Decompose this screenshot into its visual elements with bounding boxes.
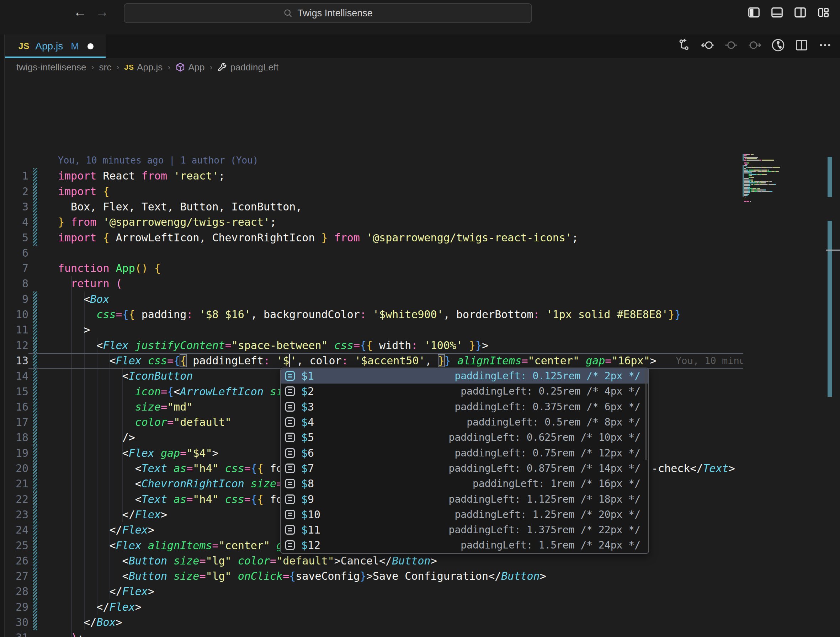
suggestion-item-token-2[interactable]: $2paddingLeft: 0.25rem /* 4px */: [281, 383, 648, 399]
line-number[interactable]: 16: [6, 399, 28, 415]
tab-file-label: App.js: [35, 41, 63, 52]
line-number[interactable]: 27: [6, 568, 28, 584]
line-number[interactable]: 4: [6, 214, 28, 230]
line-number[interactable]: 30: [6, 615, 28, 630]
open-changes-icon[interactable]: [677, 38, 692, 52]
toggle-panel-icon[interactable]: [770, 6, 784, 19]
line-number[interactable]: 8: [6, 276, 28, 291]
git-modified-badge: M: [71, 41, 79, 52]
line-number[interactable]: 1: [6, 168, 28, 183]
gutter-modified-indicator: [33, 230, 37, 246]
line-number[interactable]: 26: [6, 553, 28, 568]
line-number[interactable]: 19: [6, 445, 28, 461]
code-line-9[interactable]: 9 <Box: [0, 292, 743, 307]
breadcrumb-item-App.js[interactable]: JSApp.js: [124, 62, 163, 73]
line-number[interactable]: 28: [6, 584, 28, 599]
code-line-5[interactable]: 5import { ArrowLeftIcon, ChevronRightIco…: [0, 230, 743, 246]
code-line-10[interactable]: 10 css={{ padding: '$8 $16', backgroundC…: [0, 307, 743, 322]
current-change-icon[interactable]: [724, 38, 738, 52]
breadcrumb-item-twigs-intellisense[interactable]: twigs-intellisense: [16, 62, 87, 73]
line-number[interactable]: 6: [6, 245, 28, 260]
suggestion-item-token-9[interactable]: $9paddingLeft: 1.125rem /* 18px */: [281, 491, 648, 506]
unsaved-dot-icon[interactable]: [87, 43, 93, 49]
tab-bar: JS App.js M: [5, 35, 840, 58]
snippet-icon: [285, 510, 295, 519]
code-line-27[interactable]: 27 <Button size="lg" onClick={saveConfig…: [0, 568, 743, 584]
code-line-3[interactable]: 3 Box, Flex, Text, Button, IconButton,: [0, 199, 743, 215]
suggestion-item-token-10[interactable]: $10paddingLeft: 1.25rem /* 20px */: [281, 507, 648, 522]
toggle-primary-sidebar-icon[interactable]: [747, 6, 761, 19]
suggestion-detail: paddingLeft: 0.5rem /* 8px */: [467, 416, 641, 428]
history-back-icon[interactable]: ←: [71, 4, 89, 20]
line-number[interactable]: 15: [6, 384, 28, 399]
suggestion-item-token-1[interactable]: $1paddingLeft: 0.125rem /* 2px */: [281, 368, 648, 383]
suggestion-item-token-8[interactable]: $8paddingLeft: 1rem /* 16px */: [281, 476, 648, 491]
code-line-2[interactable]: 2import {: [0, 184, 743, 199]
suggestion-item-token-12[interactable]: $12paddingLeft: 1.5rem /* 24px */: [281, 538, 648, 553]
code-line-suffix: -check</Text>: [652, 461, 735, 476]
code-line-6[interactable]: 6: [0, 245, 743, 261]
code-line-1[interactable]: 1import React from 'react';: [0, 168, 743, 184]
line-number[interactable]: 20: [6, 461, 28, 476]
line-number[interactable]: 2: [6, 184, 28, 199]
line-number[interactable]: 29: [6, 599, 28, 615]
suggestion-item-token-5[interactable]: $5paddingLeft: 0.625rem /* 10px */: [281, 430, 648, 445]
suggestion-item-token-4[interactable]: $4paddingLeft: 0.5rem /* 8px */: [281, 415, 648, 430]
code-line-31[interactable]: 31 );: [0, 630, 743, 637]
code-line-13[interactable]: 13 <Flex css={{ paddingLeft: '$', color:…: [0, 353, 743, 369]
suggestion-item-token-6[interactable]: $6paddingLeft: 0.75rem /* 12px */: [281, 445, 648, 460]
line-number[interactable]: 13: [6, 353, 28, 368]
breadcrumb-item-App[interactable]: App: [175, 62, 204, 73]
more-actions-icon[interactable]: [818, 38, 832, 52]
gutter-modified-indicator: [33, 292, 37, 307]
snippet-icon: [285, 525, 295, 535]
suggestion-detail: paddingLeft: 1.125rem /* 18px */: [449, 494, 641, 505]
code-line-29[interactable]: 29 </Flex>: [0, 599, 743, 615]
chevron-right-icon: ›: [210, 62, 212, 72]
line-number[interactable]: 14: [6, 368, 28, 383]
code-line-4[interactable]: 4} from '@sparrowengg/twigs-react';: [0, 214, 743, 230]
intellisense-suggest-widget[interactable]: $1paddingLeft: 0.125rem /* 2px */$2paddi…: [280, 367, 649, 554]
line-number[interactable]: 3: [6, 199, 28, 214]
breadcrumb-item-paddingLeft[interactable]: paddingLeft: [217, 62, 278, 73]
gutter-modified-indicator: [33, 353, 37, 369]
tab-appjs[interactable]: JS App.js M: [5, 35, 106, 58]
code-line-7[interactable]: 7function App() {: [0, 260, 743, 276]
next-change-icon[interactable]: [748, 38, 762, 52]
line-number[interactable]: 7: [6, 260, 28, 276]
code-line-30[interactable]: 30 </Box>: [0, 615, 743, 630]
line-number[interactable]: 22: [6, 492, 28, 507]
code-line-8[interactable]: 8 return (: [0, 276, 743, 292]
line-number[interactable]: 12: [6, 338, 28, 353]
line-number[interactable]: 10: [6, 307, 28, 322]
code-line-12[interactable]: 12 <Flex justifyContent="space-between" …: [0, 338, 743, 353]
code-line-11[interactable]: 11 >: [0, 322, 743, 338]
git-blame-heading: You, 10 minutes ago | 1 author (You): [58, 153, 259, 169]
code-line-26[interactable]: 26 <Button size="lg" color="default">Can…: [0, 553, 743, 569]
suggestion-label: $10: [301, 508, 321, 521]
line-number[interactable]: 9: [6, 292, 28, 307]
split-editor-icon[interactable]: [794, 38, 809, 52]
code-editor[interactable]: You, 10 minutes ago | 1 author (You) 1im…: [0, 76, 840, 637]
line-number[interactable]: 17: [6, 415, 28, 430]
line-number[interactable]: 31: [6, 630, 28, 637]
suggest-scrollbar[interactable]: [645, 370, 647, 460]
suggestion-item-token-7[interactable]: $7paddingLeft: 0.875rem /* 14px */: [281, 461, 648, 476]
line-number[interactable]: 5: [6, 230, 28, 245]
toggle-secondary-sidebar-icon[interactable]: [793, 6, 807, 19]
customize-layout-icon[interactable]: [816, 6, 830, 19]
line-number[interactable]: 25: [6, 538, 28, 553]
line-number[interactable]: 11: [6, 322, 28, 337]
suggestion-item-token-11[interactable]: $11paddingLeft: 1.375rem /* 22px */: [281, 522, 648, 538]
breadcrumb-item-src[interactable]: src: [99, 62, 112, 73]
command-center-search[interactable]: Twigs Intellisense: [124, 3, 532, 23]
line-number[interactable]: 21: [6, 476, 28, 491]
code-line-28[interactable]: 28 </Flex>: [0, 584, 743, 599]
previous-change-icon[interactable]: [701, 38, 715, 52]
timeline-run-icon[interactable]: [771, 38, 785, 52]
history-forward-icon[interactable]: →: [93, 4, 111, 20]
suggestion-item-token-3[interactable]: $3paddingLeft: 0.375rem /* 6px */: [281, 399, 648, 415]
line-number[interactable]: 23: [6, 507, 28, 522]
line-number[interactable]: 24: [6, 522, 28, 538]
line-number[interactable]: 18: [6, 430, 28, 445]
